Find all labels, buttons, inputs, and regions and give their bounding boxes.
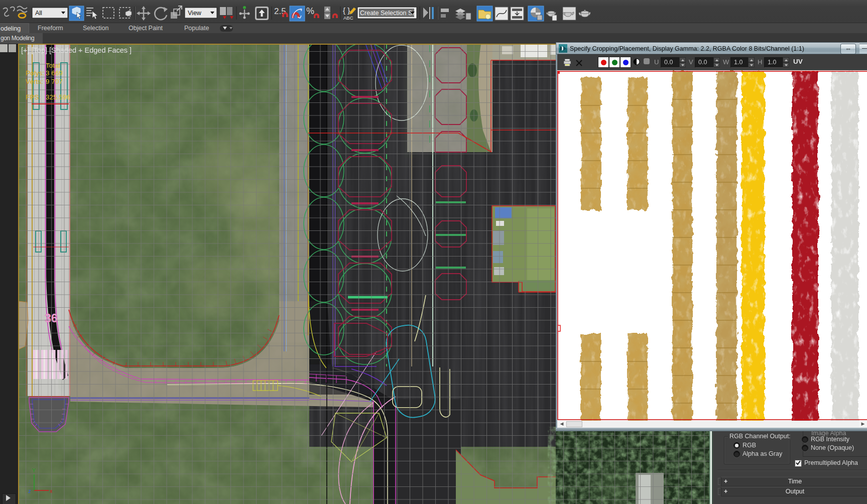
svg-text:%: % bbox=[306, 6, 314, 16]
svg-text:ABC: ABC bbox=[343, 15, 353, 21]
svg-text:325.596: 325.596 bbox=[46, 93, 70, 101]
svg-text:Total: Total bbox=[46, 62, 60, 69]
svg-text:[+] [Top] [Shaded + Edged Face: [+] [Top] [Shaded + Edged Faces ] bbox=[21, 46, 132, 54]
svg-text:x: x bbox=[50, 488, 53, 494]
svg-text:z: z bbox=[28, 488, 31, 494]
svg-text:Y: Y bbox=[32, 467, 36, 473]
svg-text:3 669: 3 669 bbox=[46, 69, 63, 77]
svg-text:All: All bbox=[35, 10, 42, 17]
svg-text:Create Selection Se: Create Selection Se bbox=[360, 10, 416, 17]
svg-text:{ }: { } bbox=[343, 6, 350, 15]
svg-text:9 707: 9 707 bbox=[46, 78, 63, 85]
svg-text:Verts:: Verts: bbox=[26, 78, 43, 85]
svg-text:View: View bbox=[188, 10, 202, 17]
svg-text:Polys:: Polys: bbox=[26, 69, 44, 77]
svg-text:FPS:: FPS: bbox=[26, 93, 41, 101]
